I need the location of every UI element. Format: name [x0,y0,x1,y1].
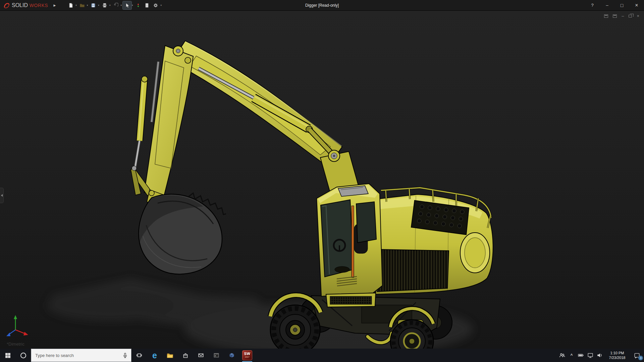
document-window-controls: – × [604,13,639,18]
battery-icon [578,352,584,358]
select-tool-button[interactable] [123,1,131,9]
ds-logo-icon [3,2,10,9]
sw-icon-label: SW [244,352,251,356]
taskpane-collapse-tab[interactable] [0,188,4,203]
file-explorer-button[interactable] [162,349,178,362]
taskbar-search[interactable] [31,349,131,362]
solidworks-app-button[interactable]: SW 2017 [239,349,255,362]
chevron-up-icon: ^ [570,353,573,358]
edge-button[interactable]: e [147,349,162,362]
volume-button[interactable] [595,349,604,362]
digger-body [376,188,493,294]
doc-close-button[interactable]: × [637,13,639,18]
taskbar-clock[interactable]: 1:10 PM 7/23/2018 [604,349,630,362]
open-button[interactable] [78,1,87,9]
rebuild-icon [136,3,141,8]
save-button[interactable] [89,1,98,9]
brand-solid: SOLID [12,2,28,8]
menu-expand-button[interactable]: ▶ [51,4,58,7]
digger-bucket [139,190,226,274]
clock-date: 7/23/2018 [604,355,630,360]
options-button[interactable] [151,1,160,9]
open-dropdown[interactable]: ▾ [87,4,89,7]
rebuild-button[interactable] [134,1,143,9]
start-button[interactable] [0,349,15,362]
folder-icon [167,352,173,359]
task-view-icon [136,352,142,358]
file-properties-button[interactable] [143,1,151,9]
mail-envelope-icon [198,352,204,358]
print-dropdown[interactable]: ▾ [109,4,112,7]
save-dropdown[interactable]: ▾ [98,4,100,7]
close-button[interactable]: × [629,0,644,10]
help-button[interactable]: ? [585,0,600,10]
options-dropdown[interactable]: ▾ [160,4,163,7]
select-cursor-icon [124,3,130,8]
digger-cab [317,184,382,307]
speaker-icon [597,352,603,358]
clock-time: 1:10 PM [604,351,630,355]
view-orientation-label: *Dimetric [7,342,24,347]
open-folder-icon [79,3,85,8]
edrawings-button[interactable] [224,349,239,362]
print-icon [102,3,107,8]
orientation-triad[interactable] [6,315,28,336]
maximize-button[interactable]: □ [614,0,629,10]
digger-3d-model[interactable] [0,11,644,349]
undo-icon [113,3,118,8]
network-icon [587,352,593,358]
doc-minimize-button[interactable]: – [622,14,624,18]
people-button[interactable] [557,349,567,362]
cube-icon [229,352,235,358]
document-title: Digger [Read-only] [305,0,339,11]
sw-icon-year: 2017 [245,356,249,358]
store-button[interactable] [178,349,193,362]
doc-restore-button[interactable] [629,15,632,17]
solidworks-brand: SOLIDWORKS [3,2,48,9]
network-button[interactable] [586,349,595,362]
mail-button[interactable] [193,349,209,362]
cortana-ring-icon [20,353,26,358]
tile-window-icon[interactable] [613,14,617,18]
quick-toolbar: ▾ ▾ ▾ [66,1,163,9]
edge-icon: e [152,351,157,360]
new-document-icon [68,3,73,8]
terminal-window-icon [213,352,219,358]
new-dropdown[interactable]: ▾ [75,4,78,7]
graphics-viewport[interactable]: – × *Dimetric [0,11,644,349]
people-icon [559,352,565,358]
cortana-button[interactable] [15,349,31,362]
print-button[interactable] [100,1,109,9]
file-properties-icon [144,3,150,8]
windows-logo-icon [5,353,11,358]
battery-button[interactable] [576,349,586,362]
gear-icon [153,3,158,8]
undo-dropdown[interactable]: ▾ [120,4,123,7]
system-tray: ^ 1:10 PM 7/23/2018 [557,349,644,362]
new-document-button[interactable] [66,1,75,9]
select-dropdown[interactable]: ▾ [131,4,134,7]
terminal-button[interactable] [209,349,224,362]
notification-badge: 3 [638,356,643,360]
windows-taskbar: e SW 2017 [0,349,644,362]
save-icon [91,3,96,8]
action-center-button[interactable]: 3 [630,349,644,362]
store-bag-icon [182,352,189,358]
microphone-icon[interactable] [122,353,128,358]
hidden-icons-button[interactable]: ^ [567,349,576,362]
task-view-button[interactable] [131,349,147,362]
digger-boom [144,41,358,197]
new-window-icon[interactable] [604,14,608,18]
search-input[interactable] [31,349,122,362]
solidworks-titlebar: SOLIDWORKS ▶ ▾ ▾ [0,0,644,11]
solidworks-app-icon: SW 2017 [242,350,252,360]
brand-works: WORKS [30,3,48,8]
undo-button[interactable] [111,1,120,9]
minimize-button[interactable]: – [600,0,614,10]
